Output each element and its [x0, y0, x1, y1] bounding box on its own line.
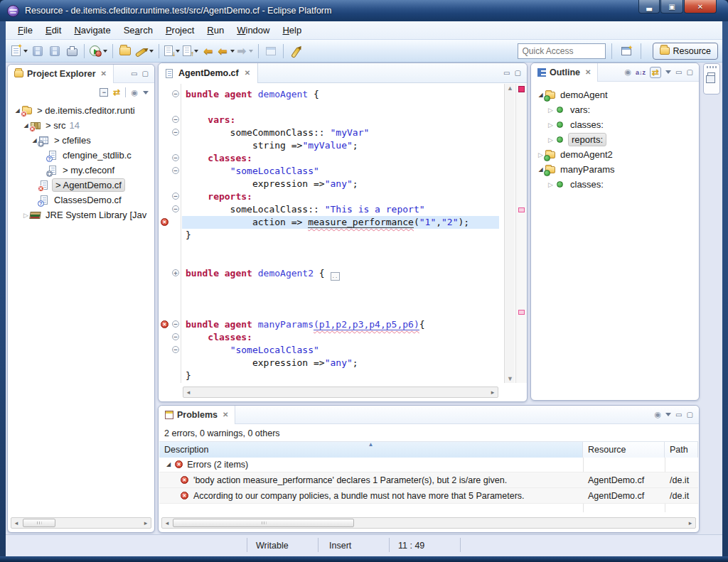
minimized-views-bar[interactable] — [703, 63, 720, 94]
fold-collapse-icon[interactable]: − — [172, 167, 179, 174]
editor-hscrollbar[interactable]: ◂▸ — [183, 387, 498, 398]
outline-item-reports[interactable]: ▷reports: — [532, 132, 697, 147]
previous-annotation-button[interactable]: ↑ — [181, 43, 200, 60]
fold-collapse-icon[interactable]: − — [172, 154, 179, 161]
code-line[interactable]: action => measure_performance("1","2"); — [182, 216, 499, 229]
code-line[interactable] — [182, 254, 499, 267]
outline-tab-close-icon[interactable]: ✕ — [585, 68, 591, 76]
menu-edit[interactable]: Edit — [39, 23, 68, 38]
editor-maximize-button[interactable]: ▢ — [515, 70, 521, 77]
resource-perspective-button[interactable]: Resource — [653, 43, 719, 60]
collapsed-arrow-icon[interactable]: ▷ — [547, 107, 555, 114]
code-line[interactable] — [182, 293, 499, 306]
project-explorer-maximize-button[interactable]: ▢ — [142, 70, 149, 77]
problem-row[interactable]: ✕'body action measure_performance' decla… — [159, 472, 698, 488]
menu-file[interactable]: File — [11, 23, 39, 38]
editor-vscrollbar[interactable]: ▲ ▼ — [504, 84, 515, 383]
group-expanded-arrow-icon[interactable]: ◢ — [166, 461, 171, 468]
link-with-editor-icon[interactable]: ⇄ — [113, 87, 120, 97]
run-button[interactable] — [88, 43, 109, 60]
view-menu-icon[interactable] — [143, 91, 149, 94]
problems-filter-icon[interactable]: ◉ — [654, 410, 661, 419]
code-line[interactable]: someLocalClass:: "This is a report" — [182, 203, 499, 216]
project-explorer-minimize-button[interactable]: ▭ — [131, 70, 137, 77]
open-folder-button[interactable] — [117, 43, 134, 60]
save-all-button[interactable] — [46, 43, 63, 60]
code-line[interactable]: } — [182, 229, 499, 242]
outline-tab[interactable]: Outline ✕ — [531, 63, 598, 82]
code-line[interactable]: reports: — [182, 190, 499, 203]
column-header-path[interactable]: Path — [665, 442, 698, 458]
code-line[interactable]: classes: — [182, 331, 499, 344]
error-marker-icon[interactable]: ✕ — [161, 320, 168, 328]
code-line[interactable]: bundle agent manyParams(p1,p2,p3,p4,p5,p… — [182, 318, 499, 331]
restore-view-icon[interactable] — [707, 72, 715, 79]
fold-collapse-icon[interactable]: − — [172, 320, 179, 328]
code-line[interactable]: vars: — [182, 114, 499, 126]
outline-item-vars[interactable]: ▷vars: — [532, 102, 697, 117]
project-item-src[interactable]: ◢✕> src14 — [9, 118, 153, 133]
title-bar[interactable]: Resource - de.itemis.cfeditor.runtime.te… — [0, 0, 728, 21]
highlighter-button[interactable] — [134, 43, 155, 60]
outline-minimize-button[interactable]: ▭ — [675, 69, 682, 76]
collapsed-arrow-icon[interactable]: ▷ — [547, 136, 555, 144]
new-wizard-button[interactable]: ✦ — [10, 43, 29, 60]
problems-view-menu-icon[interactable] — [665, 413, 671, 416]
outline-view-menu-icon[interactable] — [665, 70, 671, 74]
code-line[interactable] — [182, 101, 499, 114]
outline-item-demoagent2[interactable]: ▷demoAgent2 — [532, 147, 697, 162]
outline-maximize-button[interactable]: ▢ — [687, 69, 693, 76]
problems-maximize-button[interactable]: ▢ — [687, 411, 693, 418]
menu-search[interactable]: Search — [117, 23, 159, 38]
problems-tab-close-icon[interactable]: ✕ — [223, 411, 228, 418]
code-line[interactable]: "someLocalClass" — [182, 344, 499, 357]
fold-collapse-icon[interactable]: − — [172, 129, 179, 136]
project-explorer-tab-close-icon[interactable]: ✕ — [101, 70, 107, 77]
problem-row[interactable]: ✕According to our company policies, a bu… — [159, 488, 698, 504]
editor-minimize-button[interactable]: ▭ — [503, 70, 510, 77]
filter-icon[interactable]: ◉ — [131, 88, 138, 97]
outline-link-with-editor-icon[interactable]: ⇄ — [650, 67, 661, 78]
code-line[interactable] — [182, 242, 499, 254]
code-line[interactable]: someCommonClass:: "myVar" — [182, 126, 499, 139]
code-line[interactable]: string =>"myValue"; — [182, 139, 499, 152]
pin-editor-button[interactable] — [262, 43, 279, 60]
project-item-classesdemo-cf[interactable]: ?ClassesDemo.cf — [9, 193, 153, 207]
collapse-all-icon[interactable]: − — [100, 88, 108, 97]
next-annotation-button[interactable]: ↓ — [163, 43, 181, 60]
outline-item-classes[interactable]: ▷classes: — [532, 177, 697, 192]
outline-item-demoagent[interactable]: ◢demoAgent — [532, 87, 697, 102]
code-line[interactable]: classes: — [182, 152, 499, 165]
fold-collapse-icon[interactable]: − — [172, 193, 179, 200]
fold-collapse-icon[interactable]: − — [172, 205, 179, 212]
fold-collapse-icon[interactable]: − — [172, 90, 179, 97]
project-item-agentdemo-cf[interactable]: ✕> AgentDemo.cf — [9, 178, 153, 193]
forward-button[interactable]: ➡ — [236, 43, 255, 60]
project-item-jre-system-library-jav[interactable]: ▷JRE System Library [Jav — [9, 207, 153, 222]
project-item-cfengine-stdlib-c[interactable]: ?cfengine_stdlib.c — [9, 148, 153, 163]
fold-collapse-icon[interactable]: − — [172, 116, 179, 123]
print-button[interactable] — [63, 43, 80, 60]
menu-help[interactable]: Help — [276, 23, 308, 38]
collapsed-arrow-icon[interactable]: ▷ — [547, 121, 555, 129]
editor-tab-close-icon[interactable]: ✕ — [245, 69, 250, 77]
problems-hscrollbar[interactable]: ◂▸ — [161, 517, 696, 529]
minimize-button[interactable]: ▃ — [638, 0, 660, 13]
overview-error-marker[interactable] — [518, 310, 525, 315]
outline-item-manyparams[interactable]: ◢manyParams — [532, 162, 697, 177]
overview-error-marker[interactable] — [518, 207, 525, 212]
code-line[interactable] — [182, 280, 499, 293]
project-item-my-cfeconf[interactable]: > my.cfeconf — [9, 163, 153, 178]
column-header-resource[interactable]: Resource — [583, 442, 665, 458]
menu-run[interactable]: Run — [200, 23, 230, 38]
menu-window[interactable]: Window — [230, 23, 276, 38]
menu-project[interactable]: Project — [159, 23, 200, 38]
problems-group-row[interactable]: ◢✕Errors (2 items) — [159, 457, 698, 472]
editor-tab-agentdemo[interactable]: AgentDemo.cf ✕ — [159, 63, 258, 83]
code-line[interactable]: } — [182, 369, 499, 382]
maximize-button[interactable]: ▣ — [660, 0, 683, 13]
annotation-ruler[interactable]: ✕✕ — [159, 84, 170, 383]
fold-collapse-icon[interactable]: − — [172, 346, 179, 353]
back-button[interactable]: ⬅ — [217, 43, 236, 60]
fold-expand-icon[interactable]: + — [172, 269, 179, 276]
